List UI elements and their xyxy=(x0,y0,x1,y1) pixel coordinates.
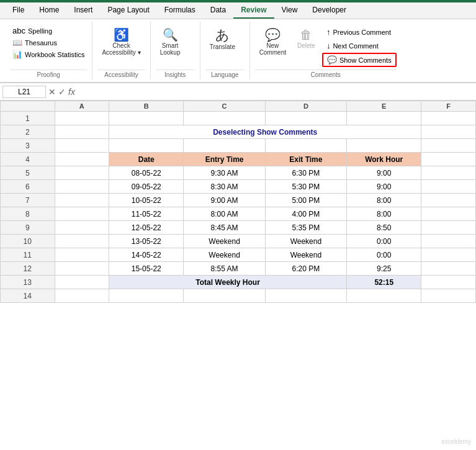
cell-f5[interactable] xyxy=(421,166,476,180)
tab-data[interactable]: Data xyxy=(203,2,233,19)
row-header-8[interactable]: 8 xyxy=(1,207,55,221)
cell-entry-6[interactable]: Weekend xyxy=(184,235,265,248)
cell-entry-2[interactable]: 8:30 AM xyxy=(184,180,265,194)
row-header-14[interactable]: 14 xyxy=(1,289,55,303)
tab-insert[interactable]: Insert xyxy=(66,2,100,19)
cell-a6[interactable] xyxy=(55,180,109,194)
cell-work-2[interactable]: 9:00 xyxy=(347,180,421,194)
cell-date-3[interactable]: 10-05-22 xyxy=(109,194,184,207)
row-header-12[interactable]: 12 xyxy=(1,262,55,276)
cell-e3[interactable] xyxy=(347,139,421,153)
cell-a14[interactable] xyxy=(55,289,109,303)
col-entry-header[interactable]: Entry Time xyxy=(184,153,265,166)
cell-date-6[interactable]: 13-05-22 xyxy=(109,235,184,248)
row-header-3[interactable]: 3 xyxy=(1,139,55,153)
cell-a8[interactable] xyxy=(55,207,109,221)
cell-entry-3[interactable]: 9:00 AM xyxy=(184,194,265,207)
cancel-formula-icon[interactable]: ✕ xyxy=(48,87,56,97)
cell-f3[interactable] xyxy=(421,139,476,153)
cell-exit-7[interactable]: Weekend xyxy=(265,248,346,262)
tab-home[interactable]: Home xyxy=(32,2,66,19)
translate-button[interactable]: あ Translate xyxy=(205,25,240,53)
cell-a1[interactable] xyxy=(55,112,109,125)
cell-exit-2[interactable]: 5:30 PM xyxy=(265,180,346,194)
cell-f13[interactable] xyxy=(421,276,476,289)
cell-a9[interactable] xyxy=(55,221,109,235)
cell-entry-4[interactable]: 8:00 AM xyxy=(184,207,265,221)
row-header-10[interactable]: 10 xyxy=(1,235,55,248)
cell-f4[interactable] xyxy=(421,153,476,166)
cell-date-2[interactable]: 09-05-22 xyxy=(109,180,184,194)
spelling-button[interactable]: abc Spelling xyxy=(10,25,87,36)
row-header-7[interactable]: 7 xyxy=(1,194,55,207)
cell-entry-5[interactable]: 8:45 AM xyxy=(184,221,265,235)
cell-exit-1[interactable]: 6:30 PM xyxy=(265,166,346,180)
cell-work-3[interactable]: 8:00 xyxy=(347,194,421,207)
cell-work-8[interactable]: 9:25 xyxy=(347,262,421,276)
row-header-2[interactable]: 2 xyxy=(1,125,55,139)
col-header-a[interactable]: A xyxy=(55,101,109,112)
cell-a13[interactable] xyxy=(55,276,109,289)
check-accessibility-button[interactable]: ♿ CheckAccessibility ▾ xyxy=(97,25,145,59)
cell-exit-4[interactable]: 4:00 PM xyxy=(265,207,346,221)
cell-b1[interactable] xyxy=(109,112,184,125)
cell-f2[interactable] xyxy=(421,125,476,139)
workbook-statistics-button[interactable]: 📊 Workbook Statistics xyxy=(10,49,87,60)
cell-exit-5[interactable]: 5:35 PM xyxy=(265,221,346,235)
row-header-1[interactable]: 1 xyxy=(1,112,55,125)
col-header-b[interactable]: B xyxy=(109,101,184,112)
total-value[interactable]: 52:15 xyxy=(347,276,421,289)
cell-work-1[interactable]: 9:00 xyxy=(347,166,421,180)
cell-work-5[interactable]: 8:50 xyxy=(347,221,421,235)
col-date-header[interactable]: Date xyxy=(109,153,184,166)
cell-e1[interactable] xyxy=(347,112,421,125)
row-header-11[interactable]: 11 xyxy=(1,248,55,262)
cell-d1[interactable] xyxy=(265,112,346,125)
tab-developer[interactable]: Developer xyxy=(305,2,354,19)
cell-entry-8[interactable]: 8:55 AM xyxy=(184,262,265,276)
cell-d14[interactable] xyxy=(265,289,346,303)
row-header-9[interactable]: 9 xyxy=(1,221,55,235)
cell-work-7[interactable]: 0:00 xyxy=(347,248,421,262)
col-header-e[interactable]: E xyxy=(347,101,421,112)
formula-input[interactable] xyxy=(78,86,474,97)
cell-a7[interactable] xyxy=(55,194,109,207)
cell-c3[interactable] xyxy=(184,139,265,153)
cell-date-7[interactable]: 14-05-22 xyxy=(109,248,184,262)
tab-page-layout[interactable]: Page Layout xyxy=(100,2,156,19)
col-exit-header[interactable]: Exit Time xyxy=(265,153,346,166)
cell-d3[interactable] xyxy=(265,139,346,153)
next-comment-button[interactable]: ↓ Next Comment xyxy=(322,39,397,52)
cell-f11[interactable] xyxy=(421,248,476,262)
cell-a3[interactable] xyxy=(55,139,109,153)
cell-f8[interactable] xyxy=(421,207,476,221)
cell-f10[interactable] xyxy=(421,235,476,248)
cell-work-6[interactable]: 0:00 xyxy=(347,235,421,248)
cell-f14[interactable] xyxy=(421,289,476,303)
cell-f12[interactable] xyxy=(421,262,476,276)
cell-f6[interactable] xyxy=(421,180,476,194)
cell-reference-input[interactable]: L21 xyxy=(2,86,46,98)
cell-f9[interactable] xyxy=(421,221,476,235)
tab-view[interactable]: View xyxy=(274,2,305,19)
cell-date-5[interactable]: 12-05-22 xyxy=(109,221,184,235)
cell-a11[interactable] xyxy=(55,248,109,262)
col-workhour-header[interactable]: Work Hour xyxy=(347,153,421,166)
insert-function-icon[interactable]: fx xyxy=(68,87,75,97)
cell-b3[interactable] xyxy=(109,139,184,153)
cell-a2[interactable] xyxy=(55,125,109,139)
cell-e14[interactable] xyxy=(347,289,421,303)
row-header-13[interactable]: 13 xyxy=(1,276,55,289)
cell-c14[interactable] xyxy=(184,289,265,303)
spreadsheet-title[interactable]: Deselecting Show Comments xyxy=(109,125,421,139)
cell-b14[interactable] xyxy=(109,289,184,303)
col-header-f[interactable]: F xyxy=(421,101,476,112)
cell-a5[interactable] xyxy=(55,166,109,180)
cell-entry-1[interactable]: 9:30 AM xyxy=(184,166,265,180)
cell-date-4[interactable]: 11-05-22 xyxy=(109,207,184,221)
smart-lookup-button[interactable]: 🔍 SmartLookup xyxy=(156,25,185,59)
cell-work-4[interactable]: 8:00 xyxy=(347,207,421,221)
cell-f1[interactable] xyxy=(421,112,476,125)
tab-formulas[interactable]: Formulas xyxy=(157,2,203,19)
cell-date-8[interactable]: 15-05-22 xyxy=(109,262,184,276)
